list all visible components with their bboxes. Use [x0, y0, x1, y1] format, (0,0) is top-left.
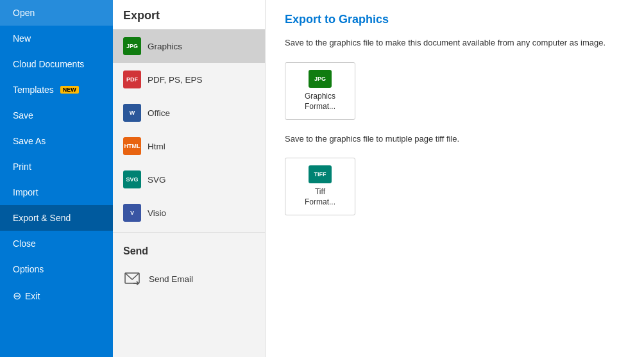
jpg-icon: JPG [123, 37, 141, 55]
tiff-format-label: TiffFormat... [305, 187, 335, 207]
visio-icon: V [123, 204, 141, 222]
content-panel: Export to Graphics Save to the graphics … [266, 0, 644, 357]
pdf-icon: PDF [123, 71, 141, 88]
sidebar-item-label: Options [13, 264, 44, 274]
export-item-label: Html [148, 142, 165, 151]
exit-icon: ⊖ [13, 290, 21, 302]
description-1: Save to the graphics file to make this d… [285, 37, 625, 49]
format-cards-2: TIFF TiffFormat... [285, 158, 625, 215]
sidebar-item-templates[interactable]: Templates NEW [0, 77, 113, 103]
content-title: Export to Graphics [285, 13, 625, 26]
sidebar-item-options[interactable]: Options [0, 256, 113, 282]
word-icon: W [123, 104, 141, 122]
export-item-label: Visio [148, 208, 166, 218]
export-item-svg[interactable]: SVG SVG [113, 163, 265, 196]
sidebar-item-label: Close [13, 238, 36, 249]
tiff-card-icon: TIFF [309, 165, 332, 183]
send-email-item[interactable]: Send Email [113, 262, 265, 295]
sidebar-item-open[interactable]: Open [0, 0, 113, 26]
sidebar-item-new[interactable]: New [0, 26, 113, 51]
middle-panel: Export JPG Graphics PDF PDF, PS, EPS W O… [113, 0, 266, 357]
sidebar-item-label: Import [13, 187, 38, 197]
export-item-label: PDF, PS, EPS [148, 75, 203, 85]
export-item-label: Office [148, 108, 170, 118]
sidebar-item-label: Export & Send [13, 213, 71, 223]
sidebar-item-import[interactable]: Import [0, 179, 113, 205]
sidebar-item-label: Cloud Documents [13, 59, 84, 69]
sidebar: Open New Cloud Documents Templates NEW S… [0, 0, 113, 357]
sidebar-item-save-as[interactable]: Save As [0, 128, 113, 154]
tiff-format-card[interactable]: TIFF TiffFormat... [285, 158, 355, 215]
export-item-visio[interactable]: V Visio [113, 196, 265, 229]
graphics-format-card[interactable]: JPG GraphicsFormat... [285, 62, 355, 120]
sidebar-item-label: Print [13, 162, 31, 172]
svg-icon: SVG [123, 170, 141, 188]
sidebar-item-label: Open [13, 8, 35, 18]
html-icon: HTML [123, 137, 141, 155]
sidebar-item-label: Save [13, 110, 33, 120]
jpg-card-icon: JPG [309, 70, 332, 88]
sidebar-item-close[interactable]: Close [0, 231, 113, 256]
description-2: Save to the graphics file to mutiple pag… [285, 133, 625, 145]
sidebar-item-label: Save As [13, 136, 46, 146]
export-item-pdf[interactable]: PDF PDF, PS, EPS [113, 63, 265, 96]
new-badge: NEW [60, 86, 79, 94]
export-list: JPG Graphics PDF PDF, PS, EPS W Office H… [113, 29, 265, 357]
export-item-graphics[interactable]: JPG Graphics [113, 29, 265, 63]
sidebar-item-export-send[interactable]: Export & Send [0, 205, 113, 231]
sidebar-item-label: New [13, 33, 31, 44]
sidebar-item-exit[interactable]: ⊖ Exit [0, 282, 113, 310]
export-item-label: SVG [148, 175, 166, 185]
divider [113, 232, 265, 233]
sidebar-item-save[interactable]: Save [0, 103, 113, 128]
export-header: Export [113, 0, 265, 29]
sidebar-item-cloud-documents[interactable]: Cloud Documents [0, 51, 113, 77]
email-icon [123, 270, 141, 288]
sidebar-item-label: Exit [25, 291, 40, 301]
export-item-label: Graphics [148, 42, 182, 51]
export-item-office[interactable]: W Office [113, 96, 265, 129]
export-item-html[interactable]: HTML Html [113, 129, 265, 163]
sidebar-item-label: Templates [13, 85, 54, 95]
send-header: Send [113, 235, 265, 262]
graphics-format-label: GraphicsFormat... [305, 92, 335, 112]
sidebar-item-print[interactable]: Print [0, 154, 113, 179]
send-email-label: Send Email [149, 274, 193, 284]
format-cards-1: JPG GraphicsFormat... [285, 62, 625, 120]
